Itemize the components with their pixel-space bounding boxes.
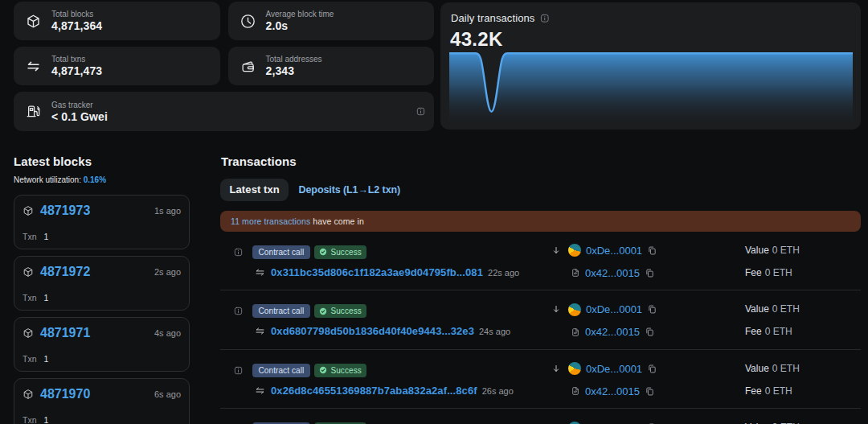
gas-pump-icon bbox=[26, 104, 41, 119]
stat-card-total-txns: Total txns 4,871,473 bbox=[14, 47, 220, 85]
info-icon[interactable] bbox=[234, 248, 243, 257]
clock-icon bbox=[240, 14, 256, 29]
transaction-row: Contract call Success 0xDe...0001 Value0… bbox=[220, 409, 861, 424]
tx-status-label: Success bbox=[330, 366, 362, 375]
network-utilization: Network utilization: 0.16% bbox=[14, 175, 190, 185]
new-transactions-link[interactable]: 11 more transactions bbox=[231, 216, 310, 226]
transfers-icon bbox=[26, 59, 41, 74]
daily-transactions-title: Daily transactions bbox=[451, 12, 534, 24]
copy-icon[interactable] bbox=[645, 386, 655, 397]
info-icon[interactable] bbox=[234, 366, 243, 375]
to-address-link[interactable]: 0x42...0015 bbox=[585, 326, 640, 338]
new-transactions-text: have come in bbox=[310, 216, 364, 226]
tx-age: 26s ago bbox=[482, 386, 514, 396]
stat-label: Gas tracker bbox=[51, 100, 108, 110]
contract-icon bbox=[571, 267, 580, 278]
fee-amount: 0 ETH bbox=[765, 267, 792, 278]
block-age: 2s ago bbox=[154, 266, 181, 278]
block-txn-label: Txn bbox=[23, 415, 37, 424]
network-utilization-value: 0.16% bbox=[84, 175, 106, 184]
block-number-link[interactable]: 4871973 bbox=[40, 203, 90, 219]
network-utilization-label: Network utilization: bbox=[14, 175, 81, 184]
block-card: 4871972 2s ago Txn1 bbox=[14, 256, 190, 311]
to-address-link[interactable]: 0x42...0015 bbox=[585, 385, 640, 397]
check-circle-icon bbox=[319, 366, 327, 374]
latest-blocks-section: Latest blocks Network utilization: 0.16%… bbox=[14, 152, 190, 424]
copy-icon[interactable] bbox=[647, 304, 657, 315]
transactions-section: Transactions Latest txn Deposits (L1→L2 … bbox=[220, 152, 861, 424]
stat-value: 2.0s bbox=[266, 19, 334, 33]
block-number-link[interactable]: 4871971 bbox=[40, 325, 90, 341]
stat-value: < 0.1 Gwei bbox=[51, 110, 108, 124]
copy-icon[interactable] bbox=[645, 268, 655, 278]
copy-icon[interactable] bbox=[645, 327, 655, 337]
block-age: 1s ago bbox=[154, 205, 181, 216]
cube-icon bbox=[23, 327, 34, 339]
block-txn-count: 1 bbox=[44, 415, 49, 424]
stat-value: 4,871,364 bbox=[51, 19, 102, 33]
stat-value: 2,343 bbox=[266, 64, 322, 78]
wallet-icon bbox=[240, 59, 256, 74]
block-txn-label: Txn bbox=[23, 232, 37, 241]
tx-status-badge: Success bbox=[314, 364, 367, 377]
tx-hash-link[interactable]: 0x311bc35d806c1f182a3ae9d04795fb...081 bbox=[271, 266, 483, 278]
block-txn-label: Txn bbox=[23, 354, 37, 364]
copy-icon[interactable] bbox=[647, 245, 657, 256]
tab-deposits[interactable]: Deposits (L1→L2 txn) bbox=[299, 184, 401, 196]
to-address-link[interactable]: 0x42...0015 bbox=[585, 267, 640, 279]
transfers-icon bbox=[253, 267, 267, 278]
tx-age: 22s ago bbox=[488, 268, 519, 278]
daily-transactions-value: 43.2K bbox=[450, 29, 503, 50]
block-card: 4871971 4s ago Txn1 bbox=[14, 317, 190, 372]
tx-status-label: Success bbox=[330, 248, 362, 257]
copy-icon[interactable] bbox=[647, 364, 657, 374]
fee-amount: 0 ETH bbox=[765, 326, 792, 337]
check-circle-icon bbox=[319, 248, 327, 256]
block-age: 6s ago bbox=[154, 389, 181, 400]
info-icon[interactable] bbox=[234, 307, 243, 315]
block-number-link[interactable]: 4871970 bbox=[40, 386, 90, 402]
fee-label: Fee bbox=[745, 326, 762, 337]
cube-icon bbox=[23, 389, 34, 400]
info-icon[interactable] bbox=[416, 107, 425, 116]
tx-type-tag: Contract call bbox=[252, 364, 310, 377]
stat-card-total-addresses: Total addresses 2,343 bbox=[228, 47, 435, 85]
arrow-down-icon bbox=[552, 245, 560, 256]
tx-status-label: Success bbox=[330, 307, 362, 315]
value-label: Value bbox=[745, 363, 769, 374]
stat-card-gas-tracker: Gas tracker < 0.1 Gwei bbox=[14, 92, 434, 131]
arrow-down-icon bbox=[552, 363, 560, 374]
info-icon[interactable] bbox=[540, 14, 550, 23]
tx-status-badge: Success bbox=[314, 304, 367, 318]
stats-grid: Total blocks 4,871,364 Average block tim… bbox=[14, 2, 434, 131]
check-circle-icon bbox=[319, 307, 327, 315]
from-address-link[interactable]: 0xDe...0001 bbox=[586, 245, 642, 257]
block-number-link[interactable]: 4871972 bbox=[40, 264, 90, 280]
tx-hash-link[interactable]: 0x26d8c46551369887b7aba832a2af...8c6f bbox=[271, 385, 477, 397]
cube-icon bbox=[26, 14, 41, 29]
from-address-link[interactable]: 0xDe...0001 bbox=[586, 303, 642, 315]
value-amount: 0 ETH bbox=[772, 245, 800, 256]
contract-icon bbox=[571, 385, 580, 397]
block-txn-label: Txn bbox=[23, 293, 37, 303]
fee-amount: 0 ETH bbox=[765, 385, 792, 397]
block-card: 4871973 1s ago Txn1 bbox=[14, 195, 190, 249]
block-card: 4871970 6s ago Txn1 bbox=[14, 378, 190, 424]
tab-latest-txn[interactable]: Latest txn bbox=[220, 179, 289, 201]
stat-card-average-block-time: Average block time 2.0s bbox=[228, 2, 435, 40]
from-address-link[interactable]: 0xDe...0001 bbox=[586, 363, 642, 375]
value-label: Value bbox=[745, 245, 769, 256]
value-amount: 0 ETH bbox=[772, 363, 800, 374]
tx-status-badge: Success bbox=[314, 245, 367, 259]
stat-label: Total txns bbox=[51, 54, 102, 64]
transaction-row: Contract call Success 0x26d8c46551369887… bbox=[220, 350, 861, 410]
new-transactions-alert: 11 more transactions have come in bbox=[220, 211, 861, 232]
block-txn-count: 1 bbox=[44, 232, 49, 241]
latest-blocks-title: Latest blocks bbox=[14, 154, 190, 169]
from-avatar bbox=[568, 362, 581, 375]
tx-hash-link[interactable]: 0xd6807798d50b1836d40f40e9443...32e3 bbox=[271, 325, 474, 337]
transaction-row: Contract call Success 0x311bc35d806c1f18… bbox=[220, 232, 861, 291]
stat-card-total-blocks: Total blocks 4,871,364 bbox=[14, 2, 220, 40]
daily-transactions-area-chart[interactable] bbox=[449, 51, 853, 122]
from-avatar bbox=[568, 303, 581, 316]
